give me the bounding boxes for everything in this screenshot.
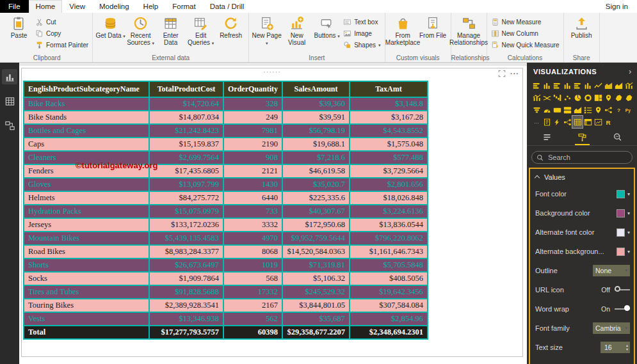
visual-type-100-stacked-bar-chart[interactable] (572, 79, 583, 91)
visual-type-scatter-chart[interactable] (562, 91, 572, 104)
ribbon-from-marketplace[interactable]: From Marketplace (388, 14, 418, 46)
visual-type-waterfall-chart[interactable] (552, 91, 562, 104)
data-table[interactable]: EnglishProductSubcategoryNameTotalProduc… (23, 81, 428, 340)
ribbon-image[interactable]: Image (343, 29, 380, 38)
rail-data-view[interactable] (2, 93, 17, 109)
ribbon-manage-relationships[interactable]: Manage Relationships (454, 14, 484, 46)
word-wrap-toggle[interactable] (615, 305, 630, 313)
visual-type-map[interactable] (603, 91, 613, 104)
format-pane-tab[interactable] (575, 132, 590, 145)
visual-type-line-and-stacked-column-chart[interactable] (624, 79, 634, 91)
visual-type-gauge[interactable] (542, 104, 552, 116)
visual-type-multi-row-card[interactable] (562, 104, 572, 116)
ribbon-shapes[interactable]: Shapes▾ (343, 41, 380, 49)
ribbon-cut[interactable]: Cut (35, 18, 88, 26)
visual-type-treemap[interactable] (593, 91, 603, 104)
ribbon-from-file[interactable]: From File (418, 14, 448, 39)
chevron-down-icon[interactable]: ▾ (627, 249, 630, 255)
visual-type-ribbon-chart[interactable] (542, 91, 552, 104)
visual-type-card[interactable] (552, 104, 562, 116)
column-header-englishproductsubcategoryname[interactable]: EnglishProductSubcategoryName (24, 81, 149, 97)
ribbon-new-page[interactable]: New Page ▾ (252, 14, 282, 46)
visual-type-donut-chart[interactable] (583, 91, 593, 104)
drag-handle-icon[interactable] (263, 68, 281, 75)
stepper-down-icon[interactable]: ▾ (626, 347, 628, 351)
visual-type-more-options[interactable]: … (531, 116, 542, 128)
tab-modeling[interactable]: Modeling (92, 0, 136, 13)
url-icon-toggle[interactable] (615, 285, 630, 294)
alternate-font-color-swatch[interactable] (617, 228, 625, 237)
ribbon-new-measure[interactable]: New Measure (491, 18, 560, 26)
search-input[interactable] (547, 153, 627, 162)
search-box[interactable] (531, 151, 633, 164)
sign-in-button[interactable]: Sign in (606, 0, 637, 13)
tab-data-drill[interactable]: Data / Drill (203, 0, 252, 13)
ribbon-publish[interactable]: Publish (567, 14, 597, 39)
ribbon-get-data[interactable]: Get Data ▾ (95, 14, 125, 39)
ribbon-buttons[interactable]: Buttons ▾ (312, 14, 342, 39)
rail-model-view[interactable] (2, 118, 17, 133)
visual-type-key-influencers[interactable] (603, 104, 613, 116)
outline-dropdown[interactable]: None▾ (593, 265, 630, 276)
chevron-down-icon[interactable]: ▾ (627, 210, 630, 216)
ribbon-copy[interactable]: Copy (35, 29, 88, 38)
visual-type-line-chart[interactable] (593, 79, 603, 91)
visual-type-table[interactable] (572, 116, 583, 128)
analytics-pane-tab[interactable] (610, 132, 625, 145)
visual-type-clustered-bar-chart[interactable] (552, 79, 562, 91)
ribbon-format-painter[interactable]: Format Painter (35, 41, 88, 49)
visual-type-stacked-bar-chart[interactable] (531, 79, 542, 91)
chevron-down-icon[interactable]: ▾ (627, 191, 630, 197)
visual-type-pie-chart[interactable] (572, 91, 583, 104)
ribbon-edit-queries[interactable]: Edit Queries ▾ (186, 14, 216, 46)
ribbon-new-quick-measure[interactable]: New Quick Measure (491, 41, 560, 49)
chevron-right-icon[interactable]: › (629, 67, 632, 76)
text-size-stepper[interactable]: 16▴▾ (601, 342, 630, 353)
font-color-swatch[interactable] (617, 190, 625, 198)
visual-type-esri-map[interactable] (593, 104, 603, 116)
ribbon-refresh[interactable]: Refresh (216, 14, 246, 39)
visual-type-decomposition-tree[interactable] (562, 116, 572, 128)
visual-type-stacked-column-chart[interactable] (542, 79, 552, 91)
fields-pane-tab[interactable] (540, 132, 554, 145)
chevron-down-icon[interactable]: ▾ (627, 230, 630, 235)
visual-type-line-and-clustered-column-chart[interactable] (531, 91, 542, 104)
tab-format[interactable]: Format (165, 0, 202, 13)
visual-type-python-visual[interactable]: Py (624, 104, 634, 116)
more-options-icon[interactable] (510, 70, 519, 77)
background-color-swatch[interactable] (617, 209, 625, 218)
visual-type-area-chart[interactable] (603, 79, 613, 91)
ribbon-paste[interactable]: Paste (4, 14, 34, 39)
report-page[interactable]: EnglishProductSubcategoryNameTotalProduc… (19, 66, 527, 364)
tab-file[interactable]: File (0, 0, 29, 13)
rail-report-view[interactable] (2, 69, 17, 84)
visual-type-shape-map[interactable] (624, 91, 634, 104)
visual-type-matrix[interactable] (583, 116, 593, 128)
ribbon-new-visual[interactable]: New Visual (282, 14, 312, 46)
visual-type-funnel[interactable] (531, 104, 542, 116)
visual-type-r-script-visual[interactable]: R (603, 116, 613, 128)
visual-type-qa-visual[interactable]: ? (613, 104, 624, 116)
visual-type-clustered-column-chart[interactable] (562, 79, 572, 91)
visual-type-kpi[interactable] (572, 104, 583, 116)
visual-type-stacked-area-chart[interactable] (613, 79, 624, 91)
visual-type-paginated-report[interactable] (542, 116, 552, 128)
values-section-header[interactable]: Values (535, 170, 630, 184)
ribbon-recent-sources[interactable]: Recent Sources ▾ (125, 14, 156, 46)
focus-mode-icon[interactable] (498, 70, 506, 77)
ribbon-new-column[interactable]: New Column (491, 29, 560, 38)
alternate-backgroun-swatch[interactable] (617, 248, 625, 256)
column-header-totalproductcost[interactable]: TotalProductCost (149, 81, 223, 97)
column-header-orderquantity[interactable]: OrderQuantity (223, 81, 282, 97)
tab-help[interactable]: Help (136, 0, 166, 13)
font-family-dropdown[interactable]: Cambria▾ (593, 322, 630, 334)
visual-type-filled-map[interactable] (613, 91, 624, 104)
visual-type-100-stacked-column-chart[interactable] (583, 79, 593, 91)
column-header-taxamt[interactable]: TaxAmt (350, 81, 428, 97)
ribbon-text-box[interactable]: Text box (343, 18, 380, 26)
tab-home[interactable]: Home (29, 0, 63, 13)
visual-type-slicer[interactable] (583, 104, 593, 116)
visual-type-scorecard[interactable] (593, 116, 603, 128)
column-header-salesamount[interactable]: SalesAmount (282, 81, 350, 97)
visual-type-power-apps[interactable] (552, 116, 562, 128)
